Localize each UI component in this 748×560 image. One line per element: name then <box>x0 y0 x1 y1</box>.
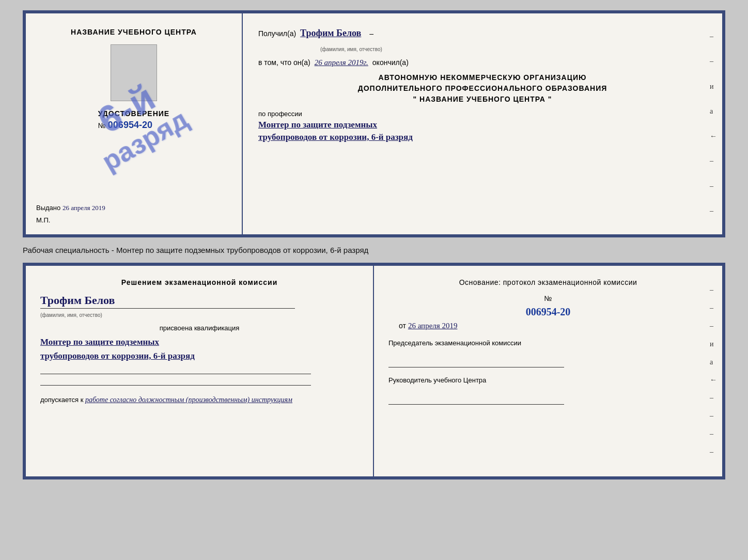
bottom-fio-label: (фамилия, имя, отчество) <box>40 312 102 318</box>
protocol-no-prefix: № <box>544 294 552 302</box>
blank-line-2 <box>40 377 311 386</box>
ot-date-value: 26 апреля 2019 <box>408 322 458 330</box>
right-dashes-bottom: – – – и а ← – – – – <box>710 266 717 476</box>
udost-title: УДОСТОВЕРЕНИЕ <box>98 109 169 118</box>
bottom-left-title: Решением экзаменационной комиссии <box>40 278 359 286</box>
bottom-certificate: Решением экзаменационной комиссии Трофим… <box>23 263 725 479</box>
protocol-row: № 006954-20 <box>388 294 708 318</box>
dopusk-prefix: допускается к <box>40 396 83 404</box>
cert-bottom-left-panel: Решением экзаменационной комиссии Трофим… <box>26 266 374 476</box>
dopusk-text: работе согласно должностным (производств… <box>85 396 292 404</box>
vydano-label: Выдано <box>36 204 60 212</box>
bottom-recipient-name: Трофим Белов <box>40 294 359 307</box>
vydano-date: 26 апреля 2019 <box>63 204 105 212</box>
ot-prefix: от <box>399 322 406 330</box>
recipient-name: Трофим Белов <box>300 28 361 39</box>
org-name-line: " НАЗВАНИЕ УЧЕБНОГО ЦЕНТРА " <box>258 94 707 105</box>
blank-line-1 <box>40 366 311 374</box>
cert-left-panel: НАЗВАНИЕ УЧЕБНОГО ЦЕНТРА 6-й разряд УДОС… <box>26 13 243 234</box>
top-certificate: НАЗВАНИЕ УЧЕБНОГО ЦЕНТРА 6-й разряд УДОС… <box>23 10 725 237</box>
vydano-row: Выдано 26 апреля 2019 <box>36 204 105 212</box>
rukovoditel-block: Руководитель учебного Центра <box>388 376 708 405</box>
cert-center-title: НАЗВАНИЕ УЧЕБНОГО ЦЕНТРА <box>71 28 197 36</box>
okonchil-label: окончил(а) <box>372 58 409 67</box>
profession-line2: трубопроводов от коррозии, 6-й разряд <box>258 132 707 142</box>
org-line1: АВТОНОМНУЮ НЕКОММЕРЧЕСКУЮ ОРГАНИЗАЦИЮ <box>258 72 707 83</box>
protocol-number: 006954-20 <box>388 306 708 318</box>
rukovoditel-title: Руководитель учебного Центра <box>388 376 708 385</box>
cert-bottom-right-panel: Основание: протокол экзаменационной коми… <box>374 266 722 476</box>
vtom-label: в том, что он(а) <box>258 58 310 67</box>
prisvoyena-label: присвоена квалификация <box>40 324 359 332</box>
predsedatel-title: Председатель экзаменационной комиссии <box>388 339 708 348</box>
vtom-row: в том, что он(а) 26 апреля 2019г. окончи… <box>258 58 707 67</box>
org-name: НАЗВАНИЕ УЧЕБНОГО ЦЕНТРА <box>419 95 546 103</box>
org-quote: " <box>413 95 417 103</box>
poluchil-label: Получил(а) <box>258 29 296 38</box>
osnovaniye-text: Основание: протокол экзаменационной коми… <box>388 278 708 286</box>
profession-block: по профессии Монтер по защите подземных … <box>258 110 707 142</box>
predsedatel-signature-line <box>388 359 564 367</box>
poluchil-row: Получил(а) Трофим Белов – <box>258 28 707 39</box>
photo-placeholder <box>111 44 157 101</box>
predsedatel-block: Председатель экзаменационной комиссии <box>388 339 708 367</box>
middle-text: Рабочая специальность - Монтер по защите… <box>23 244 725 257</box>
org-quote2: " <box>548 95 552 103</box>
rukovoditel-signature-line <box>388 396 564 405</box>
org-block: АВТОНОМНУЮ НЕКОММЕРЧЕСКУЮ ОРГАНИЗАЦИЮ ДО… <box>258 72 707 105</box>
mp-label: М.П. <box>36 216 50 224</box>
dopuskaetsya-block: допускается к работе согласно должностны… <box>40 396 359 404</box>
qualification-line1: Монтер по защите подземных <box>40 335 359 349</box>
udost-no-prefix: № <box>98 121 106 130</box>
udost-number: 006954-20 <box>108 120 152 131</box>
po-professii-label: по профессии <box>258 110 302 118</box>
profession-line1: Монтер по защите подземных <box>258 120 707 130</box>
cert-right-panel: Получил(а) Трофим Белов – (фамилия, имя,… <box>243 13 722 234</box>
ot-date-row: от 26 апреля 2019 <box>399 321 708 330</box>
org-line2: ДОПОЛНИТЕЛЬНОГО ПРОФЕССИОНАЛЬНОГО ОБРАЗО… <box>258 83 707 94</box>
qualification-line2: трубопроводов от коррозии, 6-й разряд <box>40 349 359 363</box>
udost-block: УДОСТОВЕРЕНИЕ № 006954-20 <box>98 109 169 131</box>
right-dashes: – – и а ← – – – <box>710 13 717 234</box>
name-underline <box>40 308 295 309</box>
date-value: 26 апреля 2019г. <box>315 58 368 67</box>
fio-label: (фамилия, имя, отчество) <box>320 46 382 52</box>
specialty-text: Рабочая специальность - Монтер по защите… <box>23 246 368 254</box>
